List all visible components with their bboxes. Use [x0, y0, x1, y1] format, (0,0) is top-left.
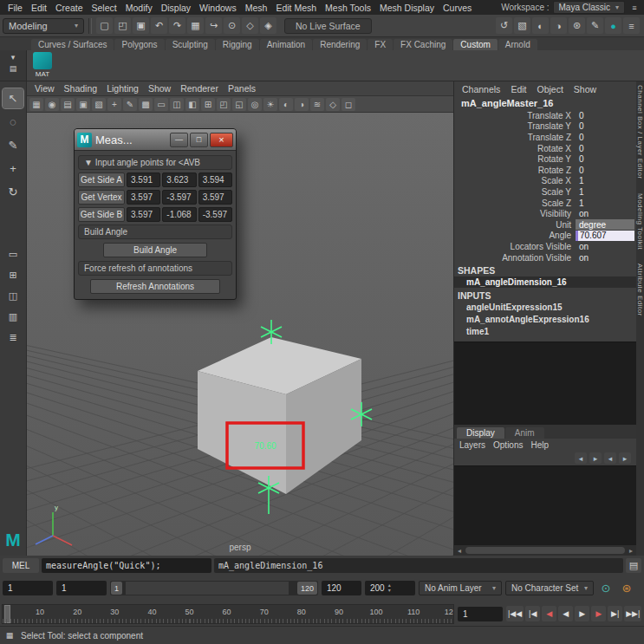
- playback-start-field[interactable]: 1: [56, 581, 107, 595]
- shape-node-name[interactable]: mA_angleDimension_16: [454, 276, 636, 288]
- shelf-tab-curves-surfaces[interactable]: Curves / Surfaces: [31, 39, 114, 50]
- viewport-menu-renderer[interactable]: Renderer: [176, 83, 223, 94]
- step-forward-key-button[interactable]: ▶: [591, 606, 606, 621]
- field-chart-icon[interactable]: ⊞: [201, 98, 215, 111]
- range-slider-left-grip[interactable]: 1: [111, 582, 122, 595]
- viewport-menu-show[interactable]: Show: [144, 83, 175, 94]
- anim-layer-dropdown[interactable]: No Anim Layer ▾: [419, 581, 502, 595]
- channel-row-annotation-visible[interactable]: Annotation Visibleon: [454, 252, 636, 263]
- channel-row-visibility[interactable]: Visibilityon: [454, 208, 636, 219]
- active-mode-icon[interactable]: ●: [605, 17, 621, 34]
- channel-row-unit[interactable]: Unitdegree: [454, 219, 636, 231]
- close-button[interactable]: ×: [210, 133, 233, 147]
- shelf-item-mat[interactable]: MAT: [27, 50, 58, 81]
- menu-mesh-tools[interactable]: Mesh Tools: [321, 2, 375, 14]
- channel-value-locators-visible[interactable]: on: [576, 241, 634, 251]
- menu-windows[interactable]: Windows: [195, 2, 241, 14]
- workspace-menu-icon[interactable]: ≡: [628, 3, 641, 13]
- layer-empty-icon[interactable]: ◂: [604, 452, 616, 464]
- scroll-left-arrow-icon[interactable]: ◂: [454, 547, 465, 555]
- save-scene-icon[interactable]: ▣: [133, 17, 149, 34]
- persp-outliner-layout[interactable]: ◫: [3, 287, 23, 304]
- character-set-dropdown[interactable]: No Character Set ▾: [505, 581, 594, 595]
- layer-move-left-icon[interactable]: ◂: [575, 452, 587, 464]
- auto-keyframe-icon[interactable]: ⊙: [597, 580, 615, 597]
- maximize-button[interactable]: □: [190, 133, 208, 147]
- shelf-tab-custom[interactable]: Custom: [453, 39, 497, 50]
- input-node-angleunitexpression15[interactable]: angleUnitExpression15: [454, 302, 636, 314]
- refresh-section-header[interactable]: Force refresh of annotations: [78, 261, 232, 276]
- channel-value-scale-z[interactable]: 1: [576, 198, 634, 208]
- 2d-pan-zoom-icon[interactable]: +: [107, 98, 121, 111]
- paint-select-tool[interactable]: ✎: [3, 135, 23, 155]
- channel-value-rotate-y[interactable]: 0: [576, 154, 634, 165]
- isolate-select-icon[interactable]: ◻: [342, 98, 355, 111]
- outliner-panel-icon[interactable]: ≣: [3, 329, 23, 346]
- layer-tab-display[interactable]: Display: [457, 427, 504, 439]
- channel-value-unit[interactable]: degree: [576, 219, 634, 230]
- dialog-title-bar[interactable]: M Meas... —□×: [75, 129, 236, 151]
- channel-value-scale-y[interactable]: 1: [576, 186, 634, 197]
- channel-box-menu-channels[interactable]: Channels: [458, 84, 504, 94]
- channel-row-angle[interactable]: Angle70.607: [454, 231, 636, 242]
- menu-create[interactable]: Create: [51, 2, 88, 14]
- channel-value-scale-x[interactable]: 1: [576, 176, 634, 186]
- menu-display[interactable]: Display: [157, 2, 195, 14]
- build-section-header[interactable]: Build Angle: [78, 224, 232, 239]
- menu-modify[interactable]: Modify: [121, 2, 157, 14]
- shelf-tab-fx[interactable]: FX: [368, 39, 393, 50]
- animation-end-field[interactable]: 200 ▴▾: [365, 581, 415, 595]
- shelf-tab-fx-caching[interactable]: FX Caching: [394, 39, 452, 50]
- menu-edit-mesh[interactable]: Edit Mesh: [271, 2, 321, 14]
- new-scene-icon[interactable]: ▢: [96, 17, 113, 34]
- current-time-marker[interactable]: [4, 605, 10, 623]
- mel-toggle-button[interactable]: MEL: [3, 558, 39, 573]
- build-angle-button[interactable]: Build Angle: [103, 243, 207, 257]
- toolbox-menu-icon[interactable]: ≡: [623, 17, 640, 34]
- frame-all-icon[interactable]: ◎: [248, 98, 262, 111]
- grid-toggle-icon[interactable]: ▩: [139, 98, 153, 111]
- input-node-time1[interactable]: time1: [454, 326, 636, 338]
- menu-edit[interactable]: Edit: [27, 2, 51, 14]
- menu-file[interactable]: File: [3, 2, 27, 14]
- viewport-menu-panels[interactable]: Panels: [224, 83, 260, 94]
- lock-camera-icon[interactable]: ◉: [45, 98, 59, 111]
- panel-tab-channel-box-layer-editor[interactable]: Channel Box / Layer Editor: [636, 85, 644, 179]
- channel-row-scale-x[interactable]: Scale X1: [454, 176, 636, 187]
- panel-tab-attribute-editor[interactable]: Attribute Editor: [636, 263, 644, 316]
- safe-action-icon[interactable]: ◰: [217, 98, 231, 111]
- channel-row-scale-z[interactable]: Scale Z1: [454, 198, 636, 209]
- safe-title-icon[interactable]: ◱: [232, 98, 246, 111]
- shelf-tab-rigging[interactable]: Rigging: [216, 39, 259, 50]
- ipr-render-icon[interactable]: ◑: [550, 17, 567, 34]
- resolution-gate-icon[interactable]: ◫: [170, 98, 184, 111]
- horizontal-scrollbar[interactable]: ◂ ▸: [454, 545, 636, 556]
- channel-value-translate-z[interactable]: 0: [576, 132, 634, 142]
- menu-curves[interactable]: Curves: [439, 2, 476, 14]
- snap-to-curve-icon[interactable]: ↪: [205, 17, 222, 34]
- select-camera-icon[interactable]: ▦: [29, 98, 43, 111]
- layer-menu-layers[interactable]: Layers: [459, 440, 485, 450]
- xray-icon[interactable]: ◇: [326, 98, 340, 111]
- four-pane-layout[interactable]: ⊞: [3, 266, 23, 283]
- range-slider[interactable]: 1 120: [110, 581, 318, 595]
- bookmark-icon[interactable]: ▣: [76, 98, 90, 111]
- channel-row-translate-x[interactable]: Translate X0: [454, 110, 636, 121]
- channel-value-translate-x[interactable]: 0: [576, 110, 634, 120]
- snap-to-plane-icon[interactable]: ◇: [242, 17, 258, 34]
- get-side-b-button[interactable]: Get Side B: [78, 207, 125, 222]
- shelf-tab-polygons[interactable]: Polygons: [114, 39, 164, 50]
- minimize-button[interactable]: —: [170, 133, 188, 147]
- script-editor-icon[interactable]: ▤: [626, 558, 641, 573]
- layer-menu-options[interactable]: Options: [493, 440, 523, 450]
- lasso-select-tool[interactable]: ◌: [3, 112, 23, 132]
- image-plane-icon[interactable]: ▧: [92, 98, 106, 111]
- lighting-icon[interactable]: ☀: [263, 98, 277, 111]
- go-to-end-button[interactable]: ▶▶|: [624, 606, 641, 621]
- shelf-tab-rendering[interactable]: Rendering: [313, 39, 367, 50]
- rotate-tool[interactable]: ↻: [3, 182, 23, 202]
- channel-value-rotate-z[interactable]: 0: [576, 165, 634, 175]
- time-slider[interactable]: 102030405060708090100110120: [2, 604, 454, 624]
- select-tool[interactable]: ↖: [3, 88, 23, 108]
- shelf-tab-toggle-icon[interactable]: ▤: [7, 63, 19, 74]
